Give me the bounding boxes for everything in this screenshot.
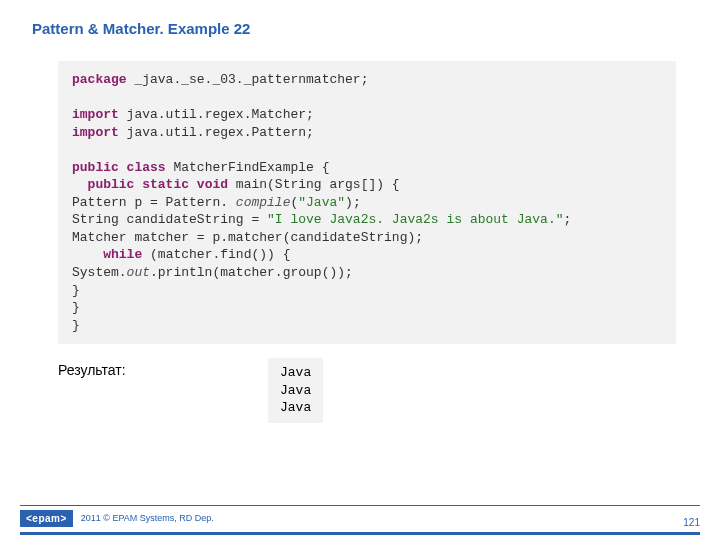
page-number: 121 [683, 517, 700, 528]
code-text: Pattern p = Pattern. [72, 195, 228, 210]
code-text: ; [564, 212, 572, 227]
code-keyword: public static void [88, 177, 228, 192]
logo: <epam> [20, 510, 73, 527]
code-text: java.util.regex.Matcher; [119, 107, 314, 122]
code-string: "I love Java2s. Java2s is about Java." [267, 212, 563, 227]
code-text: System. [72, 265, 127, 280]
code-keyword: while [103, 247, 142, 262]
code-text: .println(matcher.group()); [150, 265, 353, 280]
code-text: } [72, 299, 662, 317]
code-string: "Java" [298, 195, 345, 210]
code-block: package _java._se._03._patternmatcher; i… [58, 61, 676, 344]
code-text: _java._se._03._patternmatcher; [127, 72, 369, 87]
footer-text: 2011 © EPAM Systems, RD Dep. [81, 513, 214, 523]
code-keyword: public class [72, 160, 166, 175]
code-text: } [72, 317, 662, 335]
code-text: } [72, 282, 662, 300]
output-box: Java Java Java [268, 358, 323, 423]
code-text: ); [345, 195, 361, 210]
result-label: Результат: [58, 362, 268, 378]
divider [20, 532, 700, 535]
page-title: Pattern & Matcher. Example 22 [0, 0, 720, 37]
code-text: MatcherFindExample { [166, 160, 330, 175]
code-keyword: package [72, 72, 127, 87]
code-keyword: import [72, 107, 119, 122]
code-text: String candidateString = [72, 212, 267, 227]
code-text: Matcher matcher = p.matcher(candidateStr… [72, 229, 662, 247]
code-italic: compile [228, 195, 290, 210]
code-text: (matcher.find()) { [142, 247, 290, 262]
footer: <epam> 2011 © EPAM Systems, RD Dep. [20, 506, 700, 530]
code-text: java.util.regex.Pattern; [119, 125, 314, 140]
code-italic: out [127, 265, 150, 280]
code-text: main(String args[]) { [228, 177, 400, 192]
code-keyword: import [72, 125, 119, 140]
